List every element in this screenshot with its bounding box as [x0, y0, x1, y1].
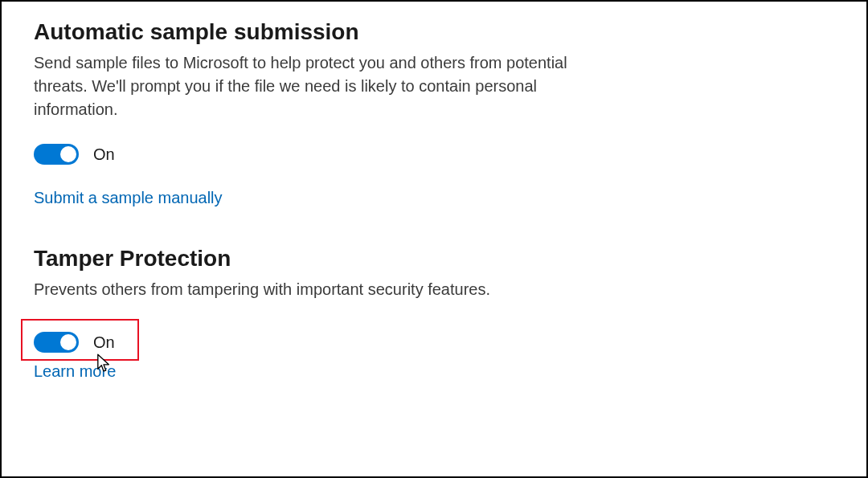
learn-more-link[interactable]: Learn more [34, 362, 116, 381]
tamper-protection-toggle-label: On [93, 333, 115, 352]
tamper-protection-section: Tamper Protection Prevents others from t… [34, 246, 834, 381]
tamper-protection-toggle-row: On [34, 332, 115, 353]
automatic-sample-submission-title: Automatic sample submission [34, 19, 834, 45]
automatic-sample-submission-toggle-label: On [93, 145, 115, 164]
automatic-sample-submission-section: Automatic sample submission Send sample … [34, 19, 834, 207]
toggle-knob-icon [60, 334, 76, 350]
tamper-protection-description: Prevents others from tampering with impo… [34, 278, 612, 301]
tamper-protection-toggle[interactable] [34, 332, 79, 353]
toggle-knob-icon [60, 146, 76, 162]
automatic-sample-submission-description: Send sample files to Microsoft to help p… [34, 51, 612, 121]
automatic-sample-submission-toggle[interactable] [34, 144, 79, 165]
submit-sample-manually-link[interactable]: Submit a sample manually [34, 189, 223, 207]
tamper-protection-highlight-box: On [21, 319, 139, 361]
tamper-protection-title: Tamper Protection [34, 246, 834, 272]
automatic-sample-submission-toggle-row: On [34, 144, 834, 165]
